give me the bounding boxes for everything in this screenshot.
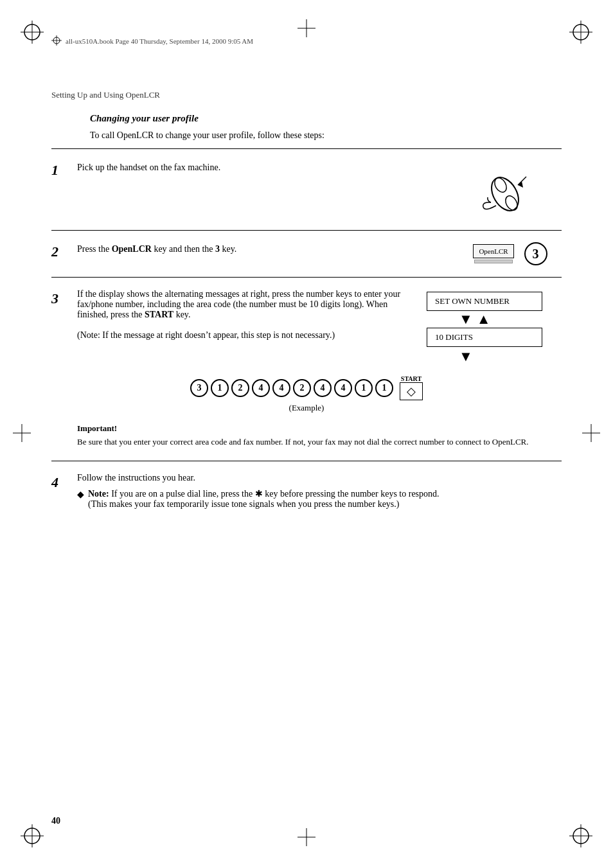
step-3-main-text: If the display shows the alternating mes… bbox=[77, 289, 420, 320]
note-label: Note: bbox=[88, 489, 109, 499]
arrow-down-icon: ▼ bbox=[459, 312, 473, 326]
digit-1c: 1 bbox=[375, 379, 393, 397]
svg-point-25 bbox=[486, 173, 524, 215]
step-1-number: 1 bbox=[51, 161, 77, 179]
step-1-section: 1 Pick up the handset on the fax machine… bbox=[51, 149, 562, 231]
digit-4a: 4 bbox=[252, 379, 270, 397]
display-arrows: ▼ ▲ bbox=[459, 312, 542, 326]
step-4-section: 4 Follow the instructions you hear. ◆ No… bbox=[51, 461, 562, 521]
corner-mark-top-right bbox=[568, 19, 594, 45]
digits-row: 3 1 2 4 4 2 4 4 1 1 START ◇ bbox=[190, 375, 423, 400]
corner-mark-bottom-left bbox=[19, 823, 45, 849]
openlcr-button-image: OpenLCR bbox=[473, 244, 513, 258]
step-2-number: 2 bbox=[51, 242, 77, 260]
corner-mark-top-left bbox=[19, 19, 45, 45]
key-3-circle: 3 bbox=[524, 242, 547, 265]
step-4-inner: 4 Follow the instructions you hear. ◆ No… bbox=[51, 473, 562, 509]
digit-4b: 4 bbox=[272, 379, 290, 397]
step-4-note: ◆ Note: If you are on a pulse dial line,… bbox=[77, 488, 562, 509]
step-4-note-body2: (This makes your fax temporarily issue t… bbox=[88, 499, 399, 509]
display-box-1: SET OWN NUMBER bbox=[427, 292, 542, 311]
step-3-inner: 3 If the display shows the alternating m… bbox=[51, 289, 562, 365]
step-1-image bbox=[459, 161, 562, 218]
step-2-text: Press the OpenLCR key and then the 3 key… bbox=[77, 242, 452, 256]
start-button-image: ◇ bbox=[400, 382, 423, 400]
digit-1: 1 bbox=[211, 379, 229, 397]
step-4-content: Follow the instructions you hear. ◆ Note… bbox=[77, 473, 562, 509]
corner-mark-bottom-right bbox=[568, 823, 594, 849]
step-4-number: 4 bbox=[51, 473, 77, 491]
openlcr-key-area: OpenLCR 3 bbox=[473, 242, 547, 265]
step-3-diagram: SET OWN NUMBER ▼ ▲ 10 DIGITS ▼ bbox=[427, 289, 562, 365]
page-info-crosshair-left bbox=[51, 35, 62, 47]
page-number: 40 bbox=[51, 816, 60, 826]
step-4-text: Follow the instructions you hear. bbox=[77, 473, 562, 483]
right-center-mark bbox=[582, 424, 600, 445]
bottom-center-mark bbox=[298, 828, 315, 849]
start-label: START bbox=[401, 375, 422, 382]
digits-area: 3 1 2 4 4 2 4 4 1 1 START ◇ (Example) bbox=[51, 370, 562, 413]
step-3-number: 3 bbox=[51, 289, 77, 307]
step-3-note-text: (Note: If the message at right doesn’t a… bbox=[77, 330, 420, 341]
example-label: (Example) bbox=[289, 403, 324, 413]
arrow-down-2: ▼ bbox=[459, 348, 542, 365]
step-2-section: 2 Press the OpenLCR key and then the 3 k… bbox=[51, 231, 562, 278]
important-box: Important! Be sure that you enter your c… bbox=[77, 422, 562, 449]
digit-4c: 4 bbox=[314, 379, 332, 397]
digit-2b: 2 bbox=[293, 379, 311, 397]
start-key-area: START ◇ bbox=[400, 375, 423, 400]
arrow-up-icon: ▲ bbox=[477, 312, 491, 326]
section-breadcrumb: Setting Up and Using OpenLCR bbox=[51, 90, 562, 100]
digit-2: 2 bbox=[231, 379, 249, 397]
page-info-text: all-ux510A.book Page 40 Thursday, Septem… bbox=[66, 37, 253, 45]
display-diagram: SET OWN NUMBER ▼ ▲ 10 DIGITS ▼ bbox=[427, 292, 542, 365]
left-center-mark bbox=[13, 424, 31, 445]
step-3-content: If the display shows the alternating mes… bbox=[77, 289, 427, 341]
page: all-ux510A.book Page 40 Thursday, Septem… bbox=[0, 0, 613, 868]
important-text: Be sure that you enter your correct area… bbox=[77, 437, 528, 447]
step-2-image: OpenLCR 3 bbox=[459, 242, 562, 265]
bullet-diamond-icon: ◆ bbox=[77, 489, 84, 509]
openlcr-key-name: OpenLCR bbox=[112, 244, 152, 254]
step-1-text: Pick up the handset on the fax machine. bbox=[77, 161, 452, 174]
digit-3: 3 bbox=[190, 379, 208, 397]
important-title: Important! bbox=[77, 423, 117, 433]
step-2-content: Press the OpenLCR key and then the 3 key… bbox=[77, 242, 459, 256]
section-intro: To call OpenLCR to change your user prof… bbox=[90, 130, 562, 141]
digit-4d: 4 bbox=[334, 379, 352, 397]
section-heading: Changing your user profile bbox=[90, 113, 562, 124]
step-4-note-text: Note: If you are on a pulse dial line, p… bbox=[88, 488, 440, 509]
digit-1b: 1 bbox=[355, 379, 373, 397]
page-info-line: all-ux510A.book Page 40 Thursday, Septem… bbox=[51, 35, 562, 47]
step-1-content: Pick up the handset on the fax machine. bbox=[77, 161, 459, 174]
step-4-note-body: If you are on a pulse dial line, press t… bbox=[111, 489, 439, 499]
display-box-2: 10 DIGITS bbox=[427, 328, 542, 347]
step-3-section: 3 If the display shows the alternating m… bbox=[51, 278, 562, 461]
